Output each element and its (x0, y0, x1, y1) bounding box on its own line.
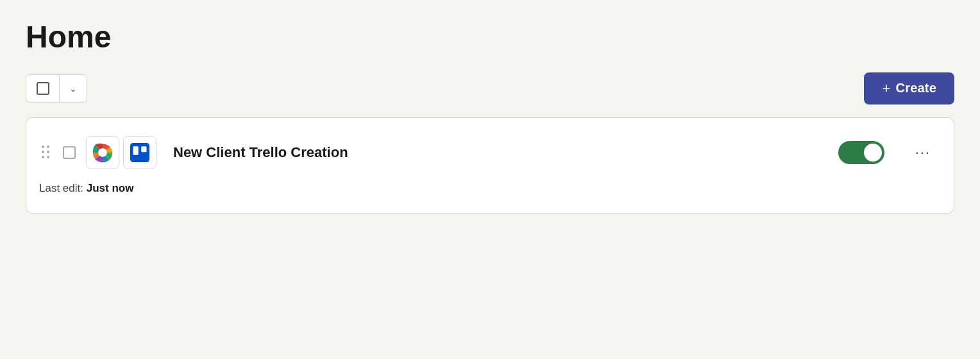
drag-handle[interactable] (39, 143, 53, 162)
create-button-label: Create (896, 81, 936, 96)
dot (47, 151, 49, 153)
toggle-thumb (863, 142, 883, 163)
trello-icon (130, 143, 149, 162)
dot (47, 156, 49, 158)
zapier-app-icon-wrapper (86, 136, 119, 169)
ellipsis-icon: ··· (915, 144, 931, 161)
toggle-label: On (843, 147, 856, 158)
toolbar-left: ⌄ (26, 74, 87, 103)
dot (42, 146, 44, 148)
dot (42, 151, 44, 153)
create-button[interactable]: + Create (864, 72, 954, 104)
toggle-switch[interactable]: On (838, 141, 884, 164)
dot (42, 156, 44, 158)
zapier-icon (92, 142, 114, 163)
chevron-down-icon: ⌄ (69, 83, 77, 94)
card-row: New Client Trello Creation On ··· (39, 136, 936, 169)
last-edit-label: Last edit: (39, 182, 83, 194)
plus-icon: + (882, 80, 890, 97)
row-checkbox[interactable] (63, 146, 76, 159)
checkbox-icon (37, 82, 49, 95)
toggle-track: On (838, 141, 884, 164)
more-options-button[interactable]: ··· (910, 139, 936, 166)
automation-card: New Client Trello Creation On ··· Last e… (26, 117, 954, 213)
dropdown-button[interactable]: ⌄ (59, 74, 87, 103)
svg-rect-3 (133, 146, 139, 155)
page-title: Home (26, 21, 954, 54)
drag-dots (42, 146, 50, 159)
toolbar: ⌄ + Create (26, 72, 954, 104)
toggle-container: On (838, 141, 884, 164)
svg-point-1 (98, 148, 107, 157)
last-edit: Last edit: Just now (39, 182, 936, 195)
select-all-checkbox-button[interactable] (26, 74, 59, 103)
trello-app-icon-wrapper (123, 136, 156, 169)
last-edit-value: Just now (87, 182, 134, 194)
dot (47, 146, 49, 148)
app-icons (86, 136, 156, 169)
svg-rect-4 (141, 146, 146, 152)
automation-name: New Client Trello Creation (173, 144, 828, 161)
